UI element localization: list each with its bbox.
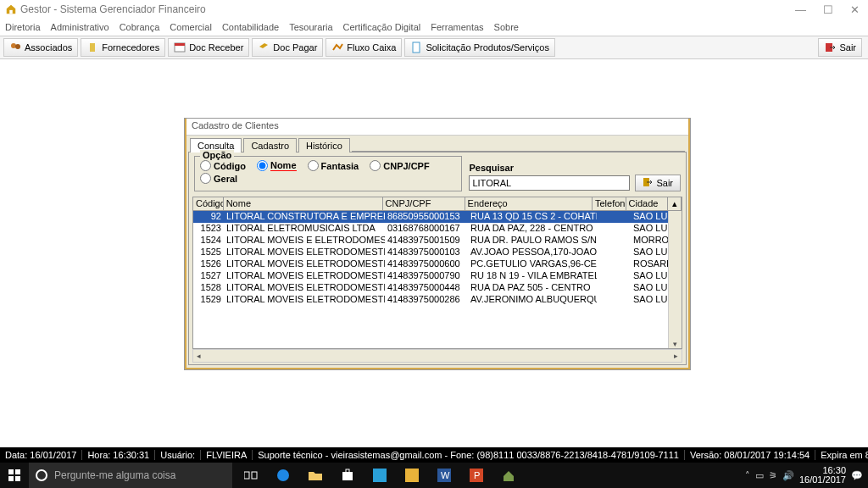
col-cidade[interactable]: Cidade <box>626 197 669 210</box>
statusbar: Data: 16/01/2017 Hora: 16:30:31 Usuário:… <box>0 447 868 463</box>
toolbar-associados[interactable]: Associados <box>3 38 78 57</box>
toolbar: Associados Fornecedores Doc Receber Doc … <box>0 36 868 59</box>
status-versao: Versão: 08/01/2017 19:14:54 <box>685 450 815 460</box>
table-row[interactable]: 1528LITORAL MOVEIS ELETRODOMESTICOS L414… <box>193 282 682 294</box>
taskbar-store[interactable] <box>332 463 363 488</box>
menu-contabilidade[interactable]: Contabilidade <box>222 22 279 32</box>
maximize-button[interactable]: ☐ <box>820 3 837 16</box>
results-grid[interactable]: Código Nome CNPJ/CPF Endereço Telefone C… <box>192 197 682 349</box>
app-icon <box>5 3 17 15</box>
svg-rect-19 <box>405 469 419 482</box>
table-row[interactable]: 1526LITORAL MOVEIS ELETRODOMESTICOS L414… <box>193 258 682 270</box>
status-data: Data: 16/01/2017 <box>0 450 82 460</box>
scroll-down-icon[interactable]: ▾ <box>673 340 677 348</box>
tray-chevron-up-icon[interactable]: ˄ <box>745 470 750 481</box>
toolbar-fluxo-caixa[interactable]: Fluxo Caixa <box>326 38 402 57</box>
taskbar: Pergunte-me alguma coisa W P ˄ ▭ ⚞ 🔊 16:… <box>0 463 868 488</box>
col-codigo[interactable]: Código <box>193 197 224 210</box>
svg-point-1 <box>11 43 16 48</box>
opcao-codigo[interactable]: Código <box>200 160 246 171</box>
menu-sobre[interactable]: Sobre <box>494 22 519 32</box>
taskbar-gestor[interactable] <box>493 463 524 488</box>
svg-rect-6 <box>413 42 420 53</box>
svg-rect-3 <box>90 43 95 52</box>
svg-rect-5 <box>175 43 185 46</box>
svg-rect-14 <box>252 472 257 479</box>
taskbar-folder[interactable] <box>300 463 331 488</box>
dialog-sair-button[interactable]: Sair <box>635 175 681 191</box>
calendar-icon <box>174 42 186 53</box>
table-row[interactable]: 1527LITORAL MOVEIS ELETRODOMESTICOS L414… <box>193 270 682 282</box>
person-icon <box>86 42 98 53</box>
svg-text:P: P <box>474 470 480 480</box>
svg-rect-10 <box>15 469 20 474</box>
tray-notifications-icon[interactable]: 💬 <box>851 470 863 481</box>
pesquisar-label: Pesquisar <box>469 163 681 173</box>
tray-clock[interactable]: 16:30 16/01/2017 <box>799 466 846 485</box>
taskbar-app2[interactable] <box>397 463 427 488</box>
svg-rect-12 <box>15 476 20 481</box>
taskbar-app1[interactable] <box>364 463 395 488</box>
table-row[interactable]: 1523LITORAL ELETROMUSICAIS LTDA031687680… <box>193 223 682 235</box>
opcao-legend: Opção <box>200 150 234 160</box>
menu-administrativo[interactable]: Administrativo <box>51 22 109 32</box>
cortana-search[interactable]: Pergunte-me alguma coisa <box>29 463 232 488</box>
toolbar-doc-receber[interactable]: Doc Receber <box>168 38 249 57</box>
status-hora: Hora: 16:30:31 <box>82 450 155 460</box>
taskbar-word[interactable]: W <box>429 463 459 488</box>
col-nome[interactable]: Nome <box>224 197 383 210</box>
minimize-button[interactable]: — <box>792 3 810 16</box>
scroll-left-icon[interactable]: ◂ <box>197 352 201 360</box>
col-endereco[interactable]: Endereço <box>465 197 593 210</box>
status-usuario-value: FLVIEIRA <box>201 450 253 460</box>
opcao-group: Opção Código Nome Fantasia CNPJ/CPF Gera… <box>194 156 462 191</box>
tray-volume-icon[interactable]: 🔊 <box>782 470 794 481</box>
taskbar-edge[interactable] <box>268 463 298 488</box>
menu-cobranca[interactable]: Cobrança <box>120 22 160 32</box>
tab-cadastro[interactable]: Cadastro <box>243 138 297 152</box>
opcao-geral[interactable]: Geral <box>200 173 237 184</box>
table-row[interactable]: 1525LITORAL MOVEIS ELETRODOMESTICOS L414… <box>193 247 682 258</box>
svg-rect-9 <box>8 469 14 474</box>
col-telefone[interactable]: Telefone <box>593 197 626 210</box>
menubar: Diretoria Administrativo Cobrança Comerc… <box>0 19 868 36</box>
menu-diretoria[interactable]: Diretoria <box>5 22 41 32</box>
taskbar-powerpoint[interactable]: P <box>461 463 492 488</box>
toolbar-doc-pagar[interactable]: Doc Pagar <box>252 38 323 57</box>
toolbar-solicitacao[interactable]: Solicitação Produtos/Serviços <box>404 38 555 57</box>
status-expira: Expira em 8 dia(s) <box>815 450 868 460</box>
table-row[interactable]: 1529LITORAL MOVEIS ELETRODOMESTICOS L414… <box>193 294 682 306</box>
horizontal-scrollbar[interactable]: ◂ ▸ <box>192 349 682 363</box>
table-row[interactable]: 1524LITORAL MOVEIS E ELETRODOMESTICOS414… <box>193 235 682 247</box>
search-input[interactable] <box>469 175 630 191</box>
opcao-cnpj[interactable]: CNPJ/CPF <box>370 160 429 171</box>
cortana-icon <box>36 469 47 481</box>
toolbar-fornecedores[interactable]: Fornecedores <box>81 38 165 57</box>
svg-point-2 <box>15 44 20 49</box>
opcao-nome[interactable]: Nome <box>257 160 297 171</box>
start-button[interactable] <box>0 463 29 488</box>
col-cnpj[interactable]: CNPJ/CPF <box>383 197 465 210</box>
tray-battery-icon[interactable]: ▭ <box>755 470 764 481</box>
scroll-right-icon[interactable]: ▸ <box>674 352 678 360</box>
menu-ferramentas[interactable]: Ferramentas <box>431 22 483 32</box>
table-row[interactable]: 92LITORAL CONSTRUTORA E EMPREENDIM868509… <box>193 211 682 223</box>
menu-tesouraria[interactable]: Tesouraria <box>289 22 332 32</box>
scroll-up-icon[interactable]: ▴ <box>668 197 682 210</box>
tray-network-icon[interactable]: ⚞ <box>769 470 777 481</box>
svg-rect-11 <box>8 476 14 481</box>
vertical-scrollbar[interactable]: ▾ <box>668 211 682 348</box>
dialog-cadastro-clientes: Cadastro de Clientes Consulta Cadastro H… <box>185 119 690 369</box>
close-button[interactable]: ✕ <box>847 3 863 16</box>
svg-point-15 <box>277 469 289 481</box>
opcao-fantasia[interactable]: Fantasia <box>308 160 359 171</box>
exit-icon <box>643 177 653 189</box>
task-view-button[interactable] <box>236 463 266 488</box>
svg-rect-18 <box>373 469 387 482</box>
status-suporte: Suporte técnico - vieirasistemas@gmail.c… <box>253 450 685 460</box>
menu-comercial[interactable]: Comercial <box>170 22 212 32</box>
menu-certificacao[interactable]: Certificação Digital <box>343 22 421 32</box>
toolbar-sair[interactable]: Sair <box>818 38 862 57</box>
tab-historico[interactable]: Histórico <box>298 138 350 152</box>
window-title: Gestor - Sistema Gerenciador Financeiro <box>20 3 792 15</box>
